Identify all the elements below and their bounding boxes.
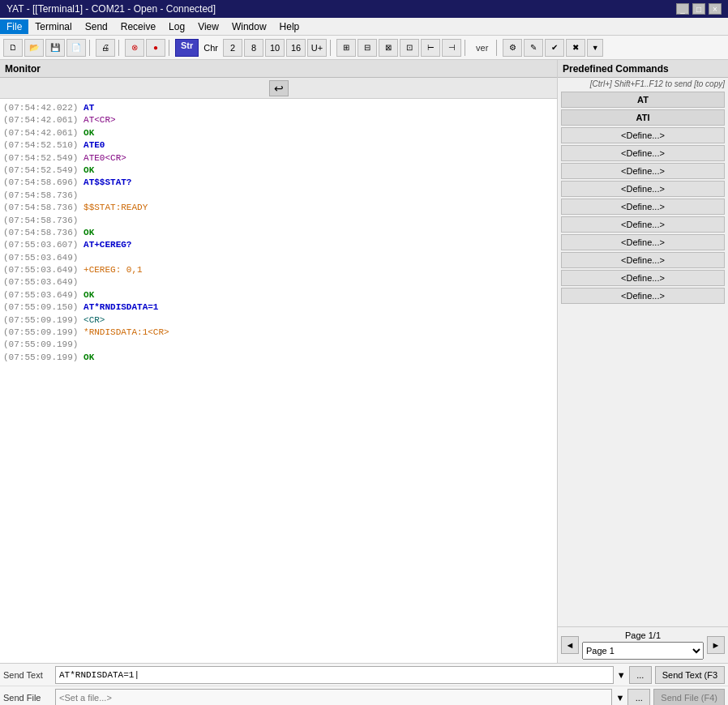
log-line: (07:55:09.199) [3,339,554,351]
minimize-button[interactable]: _ [676,3,689,15]
monitor-header: Monitor [0,60,557,78]
tb-icon2[interactable]: ⊟ [358,39,377,57]
tb-icon1[interactable]: ⊞ [336,39,356,57]
monitor-toolbar: ↩ [0,78,557,99]
log-line: (07:55:03.607) AT+CEREG? [3,239,554,251]
tb-sep2 [118,40,122,56]
predefined-button-7[interactable]: <Define...> [561,216,725,233]
tb-icon3[interactable]: ⊠ [379,39,398,57]
send-text-row: Send Text ▼ ... Send Text (F3 [0,664,728,686]
log-line: (07:54:58.736) $$STAT:READY [3,202,554,214]
window-controls: _ □ × [676,3,722,15]
predefined-button-6[interactable]: <Define...> [561,199,725,215]
predefined-button-2[interactable]: <Define...> [561,127,725,143]
predefined-button-5[interactable]: <Define...> [561,181,725,197]
log-line: (07:54:42.061) OK [3,127,554,139]
predefined-button-8[interactable]: <Define...> [561,234,725,250]
menu-log[interactable]: Log [162,19,191,34]
log-line: (07:54:52.549) OK [3,164,554,177]
log-line: (07:54:58.736) OK [3,227,554,239]
tb-settings2[interactable]: ✎ [524,39,543,57]
predefined-button-4[interactable]: <Define...> [561,163,725,179]
pred-pagination: ◄ Page 1/1 Page 1 ► [558,626,728,663]
send-text-label: Send Text [3,670,52,680]
tb-ver-label: ver [471,43,493,53]
log-line: (07:54:52.510) ATE0 [3,139,554,152]
tb-sep5 [465,40,468,56]
predefined-hint: [Ctrl+] Shift+F1..F12 to send [to copy] [558,78,728,90]
tb-icon6[interactable]: ⊣ [442,39,461,57]
bottom-section: Send Text ▼ ... Send Text (F3 Send File … [0,663,728,705]
monitor-content: (07:54:42.022) AT(07:54:42.061) AT<CR>(0… [0,99,557,663]
tb-chr-label: Chr [200,43,221,53]
predefined-title: Predefined Commands [563,63,669,75]
tb-sep3 [169,40,172,56]
tb-stop[interactable]: ⊗ [125,39,144,57]
log-line: (07:55:09.199) <CR> [3,314,554,327]
send-file-input [55,689,612,706]
tb-print[interactable]: 🖨 [96,39,115,57]
tb-open[interactable]: 📂 [24,39,44,57]
page-dropdown[interactable]: Page 1 [582,642,704,660]
log-line: (07:55:03.649) [3,276,554,288]
title-bar: YAT - [[Terminal1] - COM21 - Open - Conn… [0,0,728,18]
tb-saveas[interactable]: 📄 [66,39,86,57]
tb-disconnect[interactable]: ● [146,39,165,57]
tb-uplus[interactable]: U+ [307,39,327,57]
send-file-row: Send File ▼ ... Send File (F4) [0,686,728,705]
menu-receive[interactable]: Receive [114,19,162,34]
predefined-button-10[interactable]: <Define...> [561,270,725,286]
log-line: (07:54:58.736) [3,215,554,227]
predefined-buttons: ATATI<Define...><Define...><Define...><D… [558,90,728,306]
send-file-dropdown-arrow[interactable]: ▼ [615,693,624,703]
predefined-button-9[interactable]: <Define...> [561,252,725,268]
menu-help[interactable]: Help [273,19,306,34]
predefined-button-11[interactable]: <Define...> [561,288,725,304]
prev-page-button[interactable]: ◄ [561,636,579,654]
log-line: (07:55:09.150) AT*RNDISDATA=1 [3,301,554,314]
menu-send[interactable]: Send [79,19,114,34]
log-line: (07:54:52.549) ATE0<CR> [3,152,554,164]
pred-spacer [558,306,728,626]
predefined-button-1[interactable]: ATI [561,109,725,126]
tb-settings3[interactable]: ✔ [545,39,564,57]
send-text-button[interactable]: Send Text (F3 [655,666,725,684]
title-text: YAT - [[Terminal1] - COM21 - Open - Conn… [6,3,216,15]
monitor-title: Monitor [5,63,41,75]
log-line: (07:55:09.199) OK [3,352,554,364]
tb-save[interactable]: 💾 [45,39,65,57]
tb-dropdown[interactable]: ▼ [587,39,603,57]
clear-monitor-button[interactable]: ↩ [269,80,289,96]
send-file-label: Send File [3,693,52,703]
tb-new[interactable]: 🗋 [3,39,23,57]
predefined-panel: Predefined Commands [Ctrl+] Shift+F1..F1… [558,60,728,663]
close-button[interactable]: × [709,3,722,15]
main-area: Monitor ↩ (07:54:42.022) AT(07:54:42.061… [0,60,728,663]
menu-window[interactable]: Window [225,19,273,34]
predefined-button-3[interactable]: <Define...> [561,145,725,161]
send-file-more-button[interactable]: ... [627,689,650,706]
tb-settings4[interactable]: ✖ [566,39,585,57]
menu-terminal[interactable]: Terminal [28,19,78,34]
menu-view[interactable]: View [191,19,225,34]
tb-icon4[interactable]: ⊡ [400,39,419,57]
send-text-more-button[interactable]: ... [629,666,652,684]
menu-file[interactable]: File [0,19,28,34]
predefined-button-0[interactable]: AT [561,92,725,108]
tb-icon5[interactable]: ⊢ [421,39,440,57]
send-text-input[interactable] [55,666,614,684]
tb-base10[interactable]: 10 [265,39,285,57]
maximize-button[interactable]: □ [692,3,705,15]
menu-bar: File Terminal Send Receive Log View Wind… [0,18,728,36]
tb-str-button[interactable]: Str [175,39,199,57]
tb-settings1[interactable]: ⚙ [503,39,522,57]
tb-base8[interactable]: 8 [244,39,263,57]
log-line: (07:54:58.696) AT$$STAT? [3,177,554,189]
tb-sep1 [89,40,92,56]
log-line: (07:55:03.649) [3,252,554,264]
next-page-button[interactable]: ► [707,636,725,654]
tb-base16[interactable]: 16 [286,39,306,57]
send-text-dropdown-arrow[interactable]: ▼ [617,670,626,680]
log-line: (07:55:03.649) +CEREG: 0,1 [3,264,554,276]
tb-chr-val[interactable]: 2 [223,39,242,57]
